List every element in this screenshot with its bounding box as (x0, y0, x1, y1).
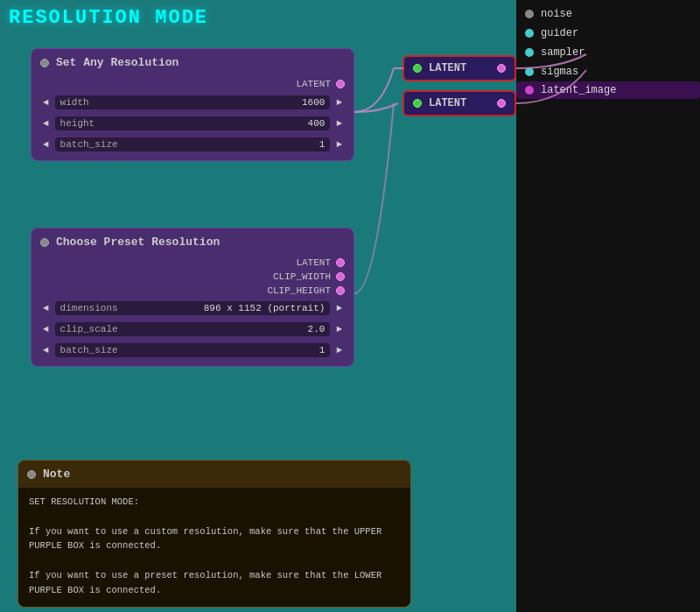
latent-output-label: LATENT (296, 79, 331, 89)
guider-dot (525, 29, 534, 38)
batch-arrow-right[interactable]: ► (333, 138, 345, 151)
clip-width-output-row: CLIP_WIDTH (32, 270, 354, 284)
sigmas-label: sigmas (541, 66, 578, 78)
set-any-resolution-card: Set Any Resolution LATENT ◄ width 1600 ►… (31, 48, 354, 161)
node-header-choose-res: Choose Preset Resolution (32, 229, 354, 256)
latent-image-dot (525, 86, 534, 95)
latent-box2-right-connector[interactable] (497, 99, 506, 108)
clip-scale-arrow-right[interactable]: ► (333, 323, 345, 335)
clip-scale-label: clip_scale (60, 324, 308, 334)
clip-scale-field[interactable]: clip_scale 2.0 (55, 322, 331, 336)
width-value: 1600 (302, 97, 325, 108)
clip-width-label: CLIP_WIDTH (273, 271, 331, 282)
height-field[interactable]: height 400 (55, 116, 331, 130)
latent-box-1[interactable]: LATENT (402, 55, 516, 81)
latent-connector[interactable] (336, 80, 345, 88)
latent-box2-left-connector[interactable] (413, 99, 422, 108)
batch-value: 1 (319, 139, 326, 150)
width-input-row: ◄ width 1600 ► (32, 92, 354, 113)
node-status-dot-choose (40, 238, 49, 247)
rp-item-noise: noise (516, 4, 700, 24)
page-title: RESOLUTION MODE (9, 7, 208, 29)
width-arrow-right[interactable]: ► (333, 96, 345, 109)
dimensions-arrow-left[interactable]: ◄ (40, 302, 52, 314)
dimensions-label: dimensions (60, 303, 204, 313)
batch-size-input-row: ◄ batch_size 1 ► (32, 134, 354, 155)
dimensions-input-row: ◄ dimensions 896 x 1152 (portrait) ► (32, 298, 354, 319)
latent-image-label: latent_image (541, 84, 616, 96)
note-header: Note (18, 461, 410, 488)
dimensions-field[interactable]: dimensions 896 x 1152 (portrait) (55, 301, 331, 315)
dimensions-value: 896 x 1152 (portrait) (204, 303, 326, 313)
height-arrow-left[interactable]: ◄ (40, 117, 52, 130)
latent-box1-label: LATENT (429, 62, 466, 74)
clip-scale-value: 2.0 (308, 324, 326, 334)
width-label: width (60, 97, 302, 108)
clip-scale-arrow-left[interactable]: ◄ (40, 323, 52, 335)
rp-item-guider: guider (516, 24, 700, 43)
height-arrow-right[interactable]: ► (333, 117, 345, 130)
latent-box1-left-connector[interactable] (413, 64, 422, 73)
right-panel-items: noise guider sampler sigmas latent_image (516, 4, 700, 99)
note-card: Note SET RESOLUTION MODE: If you want to… (18, 460, 411, 608)
dimensions-arrow-right[interactable]: ► (333, 302, 345, 314)
rp-item-latent-image: latent_image (516, 81, 700, 99)
note-title: Note (43, 468, 70, 481)
node-title-set-res: Set Any Resolution (56, 56, 178, 69)
guider-label: guider (541, 27, 578, 39)
node-title-choose-res: Choose Preset Resolution (56, 236, 220, 249)
clip-height-output-row: CLIP_HEIGHT (32, 284, 354, 298)
batch-arrow-left[interactable]: ◄ (40, 138, 52, 151)
note-status-dot (27, 470, 36, 479)
clip-height-label: CLIP_HEIGHT (267, 285, 331, 296)
batch2-label: batch_size (60, 345, 319, 355)
clip-scale-input-row: ◄ clip_scale 2.0 ► (32, 319, 354, 340)
batch-label: batch_size (60, 139, 319, 150)
batch2-arrow-right[interactable]: ► (333, 344, 345, 356)
width-arrow-left[interactable]: ◄ (40, 96, 52, 109)
noise-label: noise (541, 8, 572, 20)
sigmas-dot (525, 67, 534, 76)
choose-preset-resolution-card: Choose Preset Resolution LATENT CLIP_WID… (31, 228, 354, 367)
batch2-value: 1 (319, 345, 326, 355)
latent-output-row: LATENT (32, 76, 354, 92)
batch-size2-input-row: ◄ batch_size 1 ► (32, 340, 354, 361)
rp-item-sigmas: sigmas (516, 62, 700, 81)
latent-output-row-choose: LATENT (32, 256, 354, 270)
latent-out-label: LATENT (296, 257, 331, 268)
batch-field[interactable]: batch_size 1 (55, 137, 331, 151)
height-value: 400 (308, 118, 326, 129)
latent-box-2[interactable]: LATENT (402, 90, 516, 116)
note-body: SET RESOLUTION MODE: If you want to use … (18, 488, 410, 607)
clip-width-connector[interactable] (336, 272, 345, 281)
latent-box1-right-connector[interactable] (497, 64, 506, 73)
sampler-label: sampler (541, 46, 584, 59)
height-input-row: ◄ height 400 ► (32, 113, 354, 134)
node-header-set-res: Set Any Resolution (32, 49, 354, 76)
clip-height-connector[interactable] (336, 286, 345, 295)
batch2-arrow-left[interactable]: ◄ (40, 344, 52, 356)
noise-dot (525, 10, 534, 18)
note-text: SET RESOLUTION MODE: If you want to use … (29, 495, 400, 598)
latent-out-connector[interactable] (336, 258, 345, 267)
width-field[interactable]: width 1600 (55, 95, 331, 109)
rp-item-sampler: sampler (516, 43, 700, 62)
latent-box2-label: LATENT (429, 97, 466, 109)
node-status-dot (40, 59, 49, 67)
height-label: height (60, 118, 308, 129)
sampler-dot (525, 48, 534, 57)
batch2-field[interactable]: batch_size 1 (55, 343, 331, 357)
